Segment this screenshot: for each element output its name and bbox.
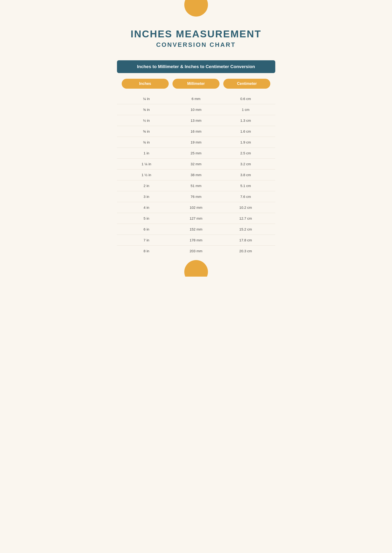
table-row: ½ in13 mm1.3 cm [117, 115, 275, 126]
cell-mm-9: 76 mm [171, 195, 221, 199]
cell-cm-0: 0.6 cm [221, 97, 271, 101]
table-row: 4 in102 mm10.2 cm [117, 202, 275, 213]
cell-inches-8: 2 in [122, 184, 171, 188]
cell-inches-2: ½ in [122, 119, 171, 122]
cell-cm-12: 15.2 cm [221, 227, 271, 231]
cell-inches-5: 1 in [122, 151, 171, 155]
table-row: 3 in76 mm7.6 cm [117, 191, 275, 202]
cell-mm-10: 102 mm [171, 206, 221, 209]
cell-inches-9: 3 in [122, 195, 171, 199]
cell-inches-12: 6 in [122, 227, 171, 231]
cell-mm-6: 32 mm [171, 162, 221, 166]
table-row: ⅝ in16 mm1.6 cm [117, 126, 275, 137]
table-row: 6 in152 mm15.2 cm [117, 224, 275, 235]
cell-mm-5: 25 mm [171, 151, 221, 155]
table-row: 1 ¼ in32 mm3.2 cm [117, 159, 275, 170]
table-row: 2 in51 mm5.1 cm [117, 180, 275, 191]
table-body: ¼ in6 mm0.6 cm⅜ in10 mm1 cm½ in13 mm1.3 … [117, 93, 275, 256]
chart-header-bar: Inches to Millimeter & Inches to Centime… [117, 60, 275, 73]
table-row: 7 in178 mm17.8 cm [117, 235, 275, 246]
cell-inches-14: 8 in [122, 249, 171, 253]
cell-inches-6: 1 ¼ in [122, 162, 171, 166]
cell-inches-7: 1 ½ in [122, 173, 171, 177]
col-header-inches: Inches [122, 79, 169, 89]
cell-cm-10: 10.2 cm [221, 206, 271, 209]
table-row: 8 in203 mm20.3 cm [117, 246, 275, 256]
cell-mm-13: 178 mm [171, 238, 221, 242]
page-title-main: INCHES MEASUREMENT [117, 28, 275, 40]
cell-inches-10: 4 in [122, 206, 171, 209]
cell-mm-12: 152 mm [171, 227, 221, 231]
column-headers: Inches Millimeter Centimeter [117, 79, 275, 89]
table-row: ¾ in19 mm1.9 cm [117, 137, 275, 148]
cell-inches-0: ¼ in [122, 97, 171, 101]
cell-cm-1: 1 cm [221, 107, 271, 112]
cell-mm-4: 19 mm [171, 140, 221, 144]
table-row: 1 ½ in38 mm3.8 cm [117, 170, 275, 180]
cell-mm-3: 16 mm [171, 129, 221, 133]
cell-inches-3: ⅝ in [122, 129, 171, 133]
page-title-sub: CONVERSION CHART [117, 41, 275, 49]
cell-cm-8: 5.1 cm [221, 184, 271, 188]
chart-header-text: Inches to Millimeter & Inches to Centime… [137, 64, 255, 69]
table-row: 5 in127 mm12.7 cm [117, 213, 275, 224]
col-header-millimeter: Millimeter [173, 79, 219, 89]
cell-cm-7: 3.8 cm [221, 173, 271, 177]
cell-cm-5: 2.5 cm [221, 151, 271, 155]
cell-mm-0: 6 mm [171, 97, 221, 101]
cell-cm-3: 1.6 cm [221, 129, 271, 133]
decoration-bottom-circle [184, 260, 208, 276]
cell-cm-2: 1.3 cm [221, 119, 271, 122]
cell-cm-9: 7.6 cm [221, 195, 271, 199]
cell-cm-6: 3.2 cm [221, 162, 271, 166]
col-header-centimeter: Centimeter [223, 79, 270, 89]
table-row: ⅜ in10 mm1 cm [117, 104, 275, 115]
page: INCHES MEASUREMENT CONVERSION CHART Inch… [98, 0, 294, 276]
cell-inches-1: ⅜ in [122, 107, 171, 112]
cell-cm-11: 12.7 cm [221, 216, 271, 220]
cell-inches-4: ¾ in [122, 140, 171, 144]
cell-cm-13: 17.8 cm [221, 238, 271, 242]
cell-mm-11: 127 mm [171, 216, 221, 220]
decoration-top-circle [184, 0, 208, 17]
page-header: INCHES MEASUREMENT CONVERSION CHART [117, 28, 275, 49]
cell-mm-2: 13 mm [171, 119, 221, 122]
cell-mm-1: 10 mm [171, 107, 221, 112]
cell-mm-7: 38 mm [171, 173, 221, 177]
cell-mm-8: 51 mm [171, 184, 221, 188]
table-row: ¼ in6 mm0.6 cm [117, 93, 275, 104]
cell-mm-14: 203 mm [171, 249, 221, 253]
cell-inches-11: 5 in [122, 216, 171, 220]
cell-cm-4: 1.9 cm [221, 140, 271, 144]
cell-cm-14: 20.3 cm [221, 249, 271, 253]
table-row: 1 in25 mm2.5 cm [117, 148, 275, 159]
chart-container: Inches to Millimeter & Inches to Centime… [117, 60, 275, 256]
cell-inches-13: 7 in [122, 238, 171, 242]
